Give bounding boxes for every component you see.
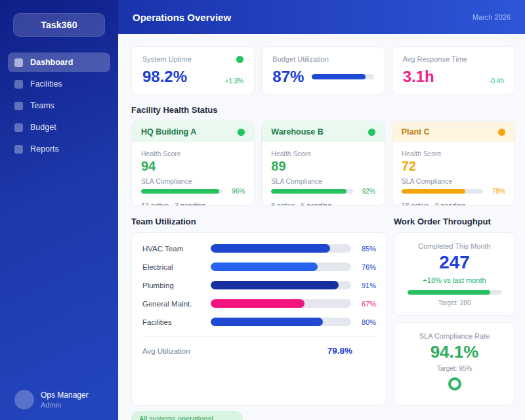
facility-workload: 8 active · 5 pending [271,201,375,206]
avg-utilization-row: Avg Utilization 79.8% [142,336,376,365]
utilization-percent: 67% [351,300,376,308]
completed-label: Completed This Month [405,242,504,250]
health-score-value: 89 [271,159,375,174]
main-area: Operations Overview March 2026 System Up… [118,0,525,420]
sla-progress-bar [402,189,483,194]
work-order-column: Completed This Month 247 +18% vs last mo… [394,232,515,406]
user-role: Admin [41,401,89,409]
facility-card-warehouse-b: Warehouse B Health Score 89 SLA Complian… [261,121,385,206]
sla-rate-target: Target: 95% [405,365,504,372]
team-utilization-card: HVAC Team 85% Electrical 76% [131,232,387,406]
utilization-bar [211,281,351,289]
utilization-bar [211,262,351,271]
kpi-value: 87% [272,69,304,85]
sla-percent: 78% [488,188,505,195]
facility-workload: 18 active · 9 pending [402,201,505,206]
kpi-value: 98.2% [142,69,187,85]
sidebar-nav: Dashboard Facilities Teams Budget Report… [0,52,118,159]
utilization-percent: 91% [351,282,376,289]
avg-utilization-label: Avg Utilization [142,347,190,355]
utilization-bar-fill [211,244,330,253]
health-score-label: Health Score [141,150,181,158]
sidebar-item-dashboard[interactable]: Dashboard [8,52,110,72]
sla-percent: 96% [228,188,245,195]
sla-progress-fill [402,189,465,194]
dashboard-content: System Uptime 98.2% +1.3% Budget Utiliza… [118,34,525,420]
health-score-value: 94 [141,159,245,174]
health-score-label: Health Score [402,150,442,158]
kpi-card-budget-utilization: Budget Utilization 87% [261,46,385,95]
utilization-percent: 76% [351,263,376,271]
team-row-plumbing: Plumbing 91% [142,281,376,289]
status-banner: All systems operational [131,411,243,420]
completed-delta: +18% vs last month [405,276,504,284]
team-row-electrical: Electrical 76% [142,262,376,271]
sla-compliance-rate-card: SLA Compliance Rate 94.1% Target: 95% [394,322,515,406]
sla-progress-bar [271,189,352,194]
kpi-delta: -0.4h [489,77,504,85]
avg-utilization-value: 79.8% [327,346,376,356]
budget-icon [14,123,23,132]
completed-target: Target: 280 [405,299,504,306]
sidebar: Task360 Dashboard Facilities Teams Budge… [0,0,118,420]
reports-icon [14,145,23,154]
sidebar-item-budget[interactable]: Budget [8,117,110,137]
bottom-grid: HVAC Team 85% Electrical 76% [131,232,515,406]
utilization-bar [211,299,351,308]
team-row-general-maint: General Maint. 67% [142,299,376,308]
sla-label: SLA Compliance [141,177,245,185]
user-profile[interactable]: Ops Manager Admin [14,390,89,410]
user-info: Ops Manager Admin [41,390,89,409]
facilities-icon [14,80,23,89]
kpi-delta: +1.3% [225,77,244,85]
team-row-hvac: HVAC Team 85% [142,244,376,253]
utilization-percent: 85% [351,245,376,253]
budget-progress-bar [312,74,373,79]
team-name: General Maint. [142,300,211,308]
header-date: March 2026 [472,13,511,21]
sidebar-item-teams[interactable]: Teams [8,96,110,116]
facility-card-plant-c: Plant C Health Score 72 SLA Compliance 7… [392,121,515,206]
kpi-label: Avg Response Time [403,55,467,63]
nav-label: Teams [30,101,54,110]
nav-label: Dashboard [30,58,73,67]
avatar [14,390,34,410]
facility-workload: 12 active · 3 pending [141,201,245,206]
sla-progress-fill [141,189,219,194]
team-name: Plumbing [142,282,211,289]
sla-label: SLA Compliance [402,177,505,185]
utilization-bar-fill [211,262,318,271]
status-dot-icon [498,129,505,136]
app-window: Task360 Dashboard Facilities Teams Budge… [0,0,525,420]
progress-ring-icon [448,377,461,390]
work-order-throughput-title: Work Order Throughput [394,217,515,226]
team-name: Facilities [142,318,211,326]
team-name: HVAC Team [142,245,211,253]
kpi-card-avg-response-time: Avg Response Time 3.1h -0.4h [392,46,515,95]
sidebar-item-reports[interactable]: Reports [8,139,110,159]
status-dot-icon [236,56,243,63]
dashboard-icon [14,58,23,67]
utilization-bar-fill [211,299,304,308]
sla-rate-label: SLA Compliance Rate [405,332,504,340]
sidebar-item-facilities[interactable]: Facilities [8,74,110,94]
kpi-card-system-uptime: System Uptime 98.2% +1.3% [131,46,255,95]
health-score-label: Health Score [271,150,311,158]
sla-rate-value: 94.1% [405,343,504,360]
utilization-percent: 80% [351,318,376,326]
kpi-row: System Uptime 98.2% +1.3% Budget Utiliza… [131,46,515,95]
target-progress-bar [408,290,501,295]
sla-label: SLA Compliance [271,177,375,185]
user-name: Ops Manager [41,390,89,400]
nav-label: Facilities [30,79,62,89]
nav-label: Reports [30,144,59,154]
teams-icon [14,102,23,110]
kpi-label: System Uptime [142,55,192,63]
page-header: Operations Overview March 2026 [118,0,525,34]
app-logo: Task360 [13,13,105,37]
utilization-bar-fill [211,281,339,289]
completed-this-month-card: Completed This Month 247 +18% vs last mo… [394,232,515,316]
facility-section-title: Facility Health Status [131,105,515,115]
app-logo-text: Task360 [41,20,77,30]
facility-grid: HQ Building A Health Score 94 SLA Compli… [131,121,515,206]
